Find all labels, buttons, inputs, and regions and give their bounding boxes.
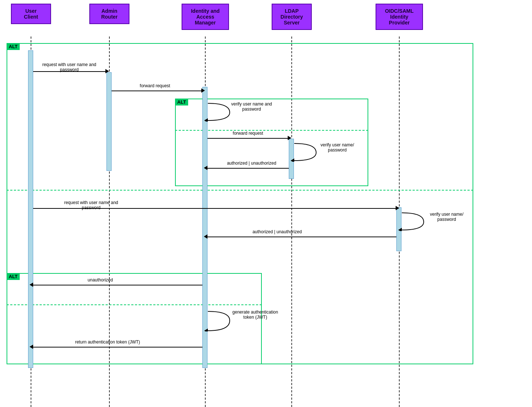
actor-user-client: UserClient	[11, 4, 51, 24]
arrowhead-6	[204, 166, 207, 170]
inner-alt-label: ALT	[175, 99, 188, 105]
arrow-oidc-to-iam	[207, 237, 396, 237]
activation-adminrouter-1	[106, 72, 112, 171]
bottom-divider	[7, 304, 262, 305]
arrowhead-4	[288, 136, 291, 140]
msg-auth-unauth-1: authorized | unauthorized	[215, 161, 288, 166]
activation-user	[28, 50, 33, 368]
svg-marker-1	[291, 158, 294, 162]
outer-divider	[7, 190, 473, 191]
sequence-diagram: UserClient AdminRouter Identity andAcces…	[0, 0, 532, 407]
arrowhead-7	[396, 206, 399, 210]
msg-forward-request-2: forward request	[219, 131, 277, 136]
msg-return-token: return authentication token (JWT)	[55, 339, 160, 345]
msg-request-1: request with user name and password	[36, 62, 102, 72]
svg-marker-3	[204, 329, 208, 331]
actor-iam: Identity andAccessManager	[182, 4, 229, 30]
actor-ldap: LDAPDirectoryServer	[272, 4, 312, 30]
arrow-ldap-to-iam	[207, 168, 289, 169]
actor-admin-router: AdminRouter	[89, 4, 129, 24]
msg-unauthorized: unauthorized	[73, 277, 128, 283]
arrow-iam-to-user-token	[33, 347, 202, 348]
bottom-alt-label: ALT	[7, 273, 20, 280]
outer-alt-label: ALT	[7, 43, 20, 50]
arrowhead-9	[204, 234, 207, 239]
arrow-adminrouter-to-iam	[112, 91, 202, 91]
msg-verify-ldap: verify user name/ password	[314, 142, 361, 153]
arrowhead-1	[105, 69, 109, 73]
arrow-iam-to-user-unauth	[33, 285, 202, 285]
msg-verify-iam: verify user name and password	[224, 101, 279, 112]
arrow-iam-to-ldap	[207, 138, 288, 139]
arrowhead-10	[30, 283, 33, 287]
msg-gen-token: generate authentication token (JWT)	[228, 310, 283, 320]
actor-oidc: OIDC/SAMLIdentityProvider	[376, 4, 423, 30]
msg-request-2: request with user name and password	[58, 200, 124, 210]
arrowhead-12	[30, 345, 33, 349]
arrowhead-2	[201, 88, 205, 93]
msg-auth-unauth-2: authorized | unauthorized	[241, 229, 314, 234]
msg-forward-request-1: forward request	[124, 83, 186, 88]
msg-verify-oidc: verify user name/ password	[421, 212, 472, 222]
svg-marker-2	[398, 228, 402, 231]
svg-marker-0	[204, 118, 208, 122]
